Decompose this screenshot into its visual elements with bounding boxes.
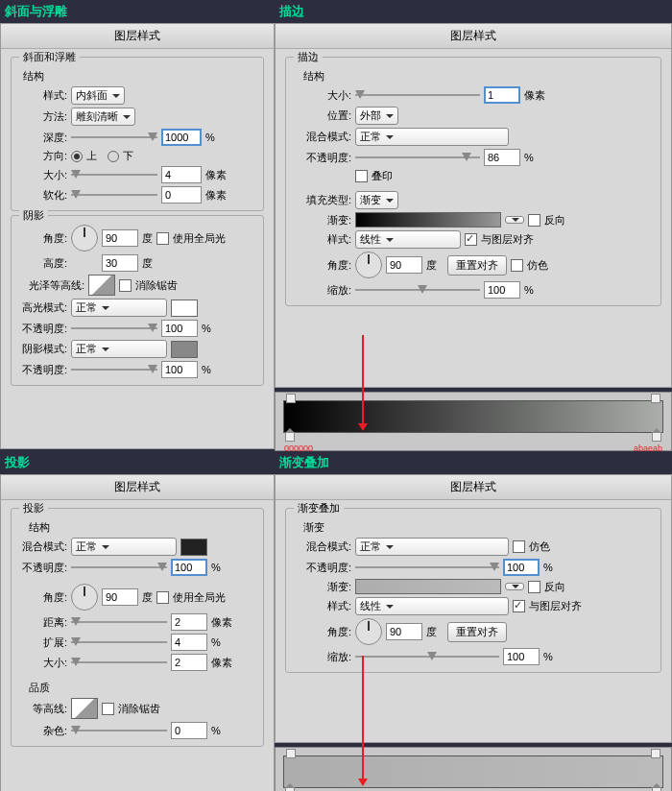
dangle-dial[interactable] [71, 584, 98, 611]
gop-label: 不透明度: [290, 561, 351, 575]
spread-slider[interactable] [71, 636, 167, 648]
galign-checkbox[interactable] [513, 600, 525, 612]
gop-slider[interactable] [355, 562, 499, 573]
gscale-slider[interactable] [355, 651, 499, 662]
dglobal-checkbox[interactable] [156, 591, 169, 604]
spread-input[interactable] [171, 634, 207, 651]
global-light-checkbox[interactable] [156, 232, 169, 245]
dir-down-radio[interactable] [108, 151, 119, 162]
highlight-color[interactable] [171, 300, 198, 317]
sscale-label: 缩放: [290, 283, 351, 298]
antialias-checkbox[interactable] [119, 279, 132, 292]
hop-label: 不透明度: [15, 322, 67, 336]
align-checkbox[interactable] [465, 233, 477, 246]
overprint-checkbox[interactable] [355, 170, 368, 182]
dop-label: 不透明度: [15, 561, 67, 575]
noise-slider[interactable] [71, 725, 167, 736]
ggradient-picker[interactable] [355, 579, 501, 594]
reverse-checkbox[interactable] [528, 214, 540, 227]
sopacity-slider[interactable] [355, 152, 480, 163]
greverse-checkbox[interactable] [528, 581, 540, 593]
dir-up-radio[interactable] [71, 151, 83, 162]
dop-slider[interactable] [71, 562, 167, 573]
sscale-slider[interactable] [355, 284, 480, 296]
depth-slider[interactable] [71, 132, 157, 143]
group-struct: 结构 [303, 69, 657, 84]
dop-input[interactable] [171, 559, 207, 576]
gscale-input[interactable] [503, 648, 540, 665]
noise-input[interactable] [171, 722, 207, 739]
ggrad-label: 渐变: [290, 580, 351, 594]
sangle-input[interactable] [386, 256, 422, 274]
dist-input[interactable] [171, 613, 207, 631]
size-slider[interactable] [71, 169, 157, 180]
hmode-select[interactable]: 正常 [71, 299, 167, 317]
shadow-swatch[interactable] [180, 539, 207, 556]
sop-input[interactable] [161, 361, 198, 378]
dither-checkbox[interactable] [511, 259, 523, 272]
sop-label: 不透明度: [15, 363, 67, 377]
alt-label: 高度: [15, 256, 67, 271]
gangle-dial[interactable] [355, 618, 382, 645]
soften-label: 软化: [15, 188, 67, 203]
angle-input[interactable] [102, 229, 138, 247]
dsize-input[interactable] [171, 654, 207, 671]
dist-slider[interactable] [71, 616, 167, 628]
depth-input[interactable] [161, 129, 202, 146]
shadow-color[interactable] [171, 341, 198, 358]
sangle-dial[interactable] [355, 252, 382, 278]
soften-input[interactable] [161, 186, 202, 204]
gradient-picker[interactable] [355, 212, 501, 228]
ssize-slider[interactable] [355, 89, 480, 101]
style-label: 样式: [15, 88, 67, 103]
dsize-slider[interactable] [71, 657, 167, 668]
sopacity-input[interactable] [484, 149, 520, 166]
dantialias-checkbox[interactable] [102, 703, 114, 715]
hop-input[interactable] [161, 320, 198, 337]
method-select[interactable]: 雕刻清晰 [71, 108, 135, 126]
fill-select[interactable]: 渐变 [355, 191, 398, 209]
gloss-contour[interactable] [88, 275, 115, 296]
hop-slider[interactable] [71, 323, 157, 334]
method-label: 方法: [15, 109, 67, 124]
dblend-select[interactable]: 正常 [71, 538, 177, 556]
sstyle-select[interactable]: 线性 [355, 230, 461, 249]
dir-label: 方向: [15, 149, 67, 163]
panel-header: 图层样式 [276, 475, 671, 500]
sscale-input[interactable] [484, 281, 520, 299]
ssize-input[interactable] [484, 86, 520, 104]
gangle-label: 角度: [290, 625, 351, 639]
style-select[interactable]: 内斜面 [71, 86, 125, 105]
ggradient-dropdown[interactable] [505, 583, 524, 590]
gangle-input[interactable] [386, 623, 422, 640]
sop-slider[interactable] [71, 364, 157, 375]
hmode-label: 高光模式: [15, 300, 67, 315]
gstyle-select[interactable]: 线性 [355, 597, 509, 615]
group-shade: 阴影 [19, 208, 48, 223]
gdither-checkbox[interactable] [513, 540, 525, 553]
gop-input[interactable] [503, 559, 540, 576]
reset-align-button[interactable]: 重置对齐 [447, 255, 507, 276]
gradient-dropdown[interactable] [505, 216, 524, 224]
angle-dial[interactable] [71, 225, 98, 252]
altitude-input[interactable] [102, 254, 138, 272]
dangle-input[interactable] [102, 588, 138, 606]
smode-select[interactable]: 正常 [71, 340, 167, 358]
gblend-select[interactable]: 正常 [355, 538, 509, 556]
sblend-select[interactable]: 正常 [355, 128, 509, 146]
soften-slider[interactable] [71, 189, 157, 201]
gstyle-label: 样式: [290, 599, 351, 613]
section-title-stroke: 描边 [275, 0, 672, 23]
gscale-label: 缩放: [290, 650, 351, 664]
size-input[interactable] [161, 166, 202, 183]
gradient-bar[interactable]: 000000 abaeab [283, 400, 663, 433]
greset-button[interactable]: 重置对齐 [447, 622, 507, 642]
group-struct: 结构 [29, 520, 259, 535]
contour-picker[interactable] [71, 698, 98, 719]
dangle-label: 角度: [15, 590, 67, 605]
group-bevel: 斜面和浮雕 [19, 50, 80, 64]
sstyle-label: 样式: [290, 232, 351, 247]
pos-select[interactable]: 外部 [355, 107, 398, 125]
section-title-bevel: 斜面与浮雕 [0, 0, 275, 23]
gradient-bar2[interactable]: adadad bbbbbb [283, 755, 663, 788]
